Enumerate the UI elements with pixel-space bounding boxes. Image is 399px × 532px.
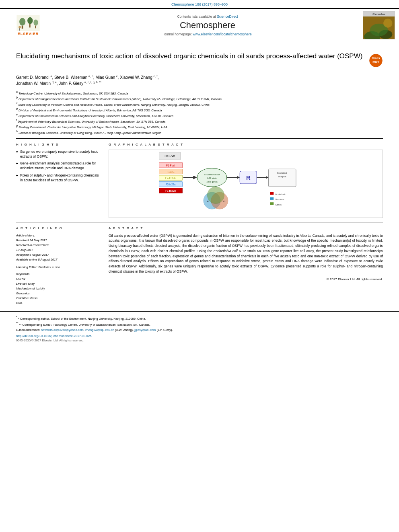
highlights-heading: H I G H L I G H T S xyxy=(16,143,101,146)
accepted-date: Accepted 6 August 2017 xyxy=(16,253,49,257)
sciencedirect-line: Contents lists available at ScienceDirec… xyxy=(56,14,359,18)
svg-text:Cross: Cross xyxy=(372,57,380,60)
crossmark-badge[interactable]: Cross Mark xyxy=(369,53,383,68)
affiliation-c: c State Key Laboratory of Pollution Cont… xyxy=(16,101,383,107)
svg-text:OSPW: OSPW xyxy=(165,154,175,158)
svg-rect-2 xyxy=(22,26,23,29)
svg-point-13 xyxy=(383,19,392,28)
affiliation-g: g Zoology Department, Center for Integra… xyxy=(16,124,383,129)
email-label: E-mail addresses: xyxy=(16,328,41,332)
article-title-section: Elucidating mechanisms of toxic action o… xyxy=(16,46,383,71)
email-3-note: (J.P. Giesy). xyxy=(156,328,173,332)
cover-artwork xyxy=(363,16,395,39)
svg-rect-6 xyxy=(35,26,36,29)
svg-text:R: R xyxy=(246,174,251,181)
keyword-6: DNA xyxy=(16,301,23,305)
svg-point-7 xyxy=(19,26,21,29)
history-label: Article history: xyxy=(16,234,35,237)
citation-text: Chemosphere 186 (2017) 893–900 xyxy=(171,2,228,6)
homepage-line: journal homepage: www.elsevier.com/locat… xyxy=(56,32,359,36)
affiliation-e: e Department of Environmental Sciences a… xyxy=(16,113,383,118)
corresponding-2: ** ** Corresponding author. Toxicology C… xyxy=(16,321,383,327)
highlight-item-2: Gene enrichment analysis demonstrated a … xyxy=(16,161,101,171)
author-wiseman: Steve B. Wiseman xyxy=(54,75,87,80)
email-1-link[interactable]: howard500@3250@yahoo.com xyxy=(41,328,84,332)
graphical-abstract-box: OSPW F1-Post F1-NG F2-FREE F3-fc22a F3-f… xyxy=(109,150,383,218)
svg-text:F3-fc22a: F3-fc22a xyxy=(166,183,176,186)
homepage-link[interactable]: www.elsevier.com/locate/chemosphere xyxy=(193,32,251,36)
graphical-abstract-heading: G R A P H I C A L A B S T R A C T xyxy=(109,143,383,146)
svg-text:F2-FREE: F2-FREE xyxy=(165,177,176,179)
graphical-abstract-svg: OSPW F1-Post F1-NG F2-FREE F3-fc22a F3-f… xyxy=(109,150,383,218)
svg-text:Non-toxic: Non-toxic xyxy=(276,198,285,201)
svg-text:F3-fc22b: F3-fc22b xyxy=(165,189,176,192)
journal-title: Chemosphere xyxy=(56,20,359,31)
svg-text:Acute toxic: Acute toxic xyxy=(276,193,286,195)
abstract-column: A B S T R A C T Oil sands process-affect… xyxy=(109,226,383,306)
page: Chemosphere 186 (2017) 893–900 ELSEVIER xyxy=(0,0,399,532)
elsevier-tree-icon xyxy=(16,15,40,31)
sciencedirect-prefix: Contents lists available at xyxy=(177,14,217,18)
cover-main-image xyxy=(363,16,395,39)
article-content: Elucidating mechanisms of toxic action o… xyxy=(0,42,399,310)
cover-top-bar: Chemosphere xyxy=(363,12,395,16)
highlights-column: H I G H L I G H T S Six genes were uniqu… xyxy=(16,143,101,218)
svg-text:analysis: analysis xyxy=(278,175,286,178)
highlights-graphical-row: H I G H L I G H T S Six genes were uniqu… xyxy=(16,139,383,222)
svg-text:Statistical: Statistical xyxy=(277,171,287,174)
journal-cover-image: Chemosphere xyxy=(363,11,395,39)
doi-link[interactable]: http://dx.doi.org/10.1016/j.chemosphere.… xyxy=(16,334,383,338)
affiliation-d: d Division of Analytical and Environment… xyxy=(16,107,383,113)
keyword-1: OSPW xyxy=(16,277,25,281)
corresponding-1: * * Corresponding author. School of the … xyxy=(16,315,383,321)
svg-marker-35 xyxy=(237,176,240,179)
svg-text:F3: F3 xyxy=(223,200,225,203)
keyword-2: Live cell array xyxy=(16,282,35,286)
article-info-heading: A R T I C L E I N F O xyxy=(16,226,101,230)
svg-text:Escherichia coli: Escherichia coli xyxy=(204,173,220,176)
email-2-note: (X.W. Zhang), xyxy=(114,328,134,332)
revised-date: 13 July 2017 xyxy=(16,248,33,252)
keyword-5: Oxidative stress xyxy=(16,296,37,300)
email-line: E-mail addresses: howard500@3250@yahoo.c… xyxy=(16,328,383,332)
footer-section: * * Corresponding author. School of the … xyxy=(0,311,399,345)
graphical-abstract-column: G R A P H I C A L A B S T R A C T OSPW F… xyxy=(109,143,383,218)
svg-text:F1-Post: F1-Post xyxy=(166,164,175,167)
authors-line: Garrett D. Morandi a, Steve B. Wiseman a… xyxy=(16,74,383,87)
highlight-item-3: Roles of sulphur- and nitrogen-containin… xyxy=(16,173,101,183)
authors-section: Garrett D. Morandi a, Steve B. Wiseman a… xyxy=(16,71,383,88)
elsevier-logo-area: ELSEVIER xyxy=(4,15,52,36)
svg-text:1976 genes: 1976 genes xyxy=(206,181,218,183)
affiliation-f: f Department of Veterinary Biomedical Sc… xyxy=(16,118,383,124)
article-history: Article history: Received 24 May 2017 Re… xyxy=(16,233,101,262)
author-guan: Miao Guan xyxy=(95,75,115,80)
author-giesy: John P. Giesy xyxy=(59,82,83,86)
affiliations-section: a Toxicology Centre, University of Saska… xyxy=(16,88,383,139)
article-info-column: A R T I C L E I N F O Article history: R… xyxy=(16,226,101,306)
svg-text:F1: F1 xyxy=(207,200,209,203)
email-3-link[interactable]: jgiesy@aol.com xyxy=(134,328,156,332)
affiliation-h: h School of Biological Sciences, Univers… xyxy=(16,129,383,135)
journal-header: ELSEVIER Contents lists available at Sci… xyxy=(0,8,399,42)
svg-rect-50 xyxy=(270,197,274,199)
email-2-link[interactable]: zhangxw@nju.edu.cn xyxy=(85,328,114,332)
keyword-4: Genomics xyxy=(16,292,30,295)
svg-text:F1-NG: F1-NG xyxy=(167,170,175,173)
svg-point-1 xyxy=(19,18,25,26)
svg-text:Genes: Genes xyxy=(276,203,282,205)
homepage-prefix: journal homepage: xyxy=(163,32,193,36)
abstract-copyright: © 2017 Elsevier Ltd. All rights reserved… xyxy=(109,277,383,281)
keywords-list: OSPW Live cell array Mechanism of toxici… xyxy=(16,277,101,306)
highlight-item-1: Six genes were uniquely responsive to ac… xyxy=(16,150,101,159)
revised-label: Received in revised form xyxy=(16,243,49,247)
svg-rect-48 xyxy=(270,192,274,195)
affiliation-a: a Toxicology Centre, University of Saska… xyxy=(16,90,383,96)
svg-marker-39 xyxy=(266,176,268,179)
issn-line: 0045-6535/© 2017 Elsevier Ltd. All right… xyxy=(16,339,383,342)
journal-info-center: Contents lists available at ScienceDirec… xyxy=(52,14,363,36)
sciencedirect-link[interactable]: ScienceDirect xyxy=(217,14,238,18)
svg-text:K-12 strain: K-12 strain xyxy=(207,177,217,179)
affiliation-b: b Department of Biological Sciences and … xyxy=(16,96,383,101)
author-zhang: Xiaowei W. Zhang xyxy=(120,75,152,80)
keywords-heading: Keywords: xyxy=(16,272,101,276)
